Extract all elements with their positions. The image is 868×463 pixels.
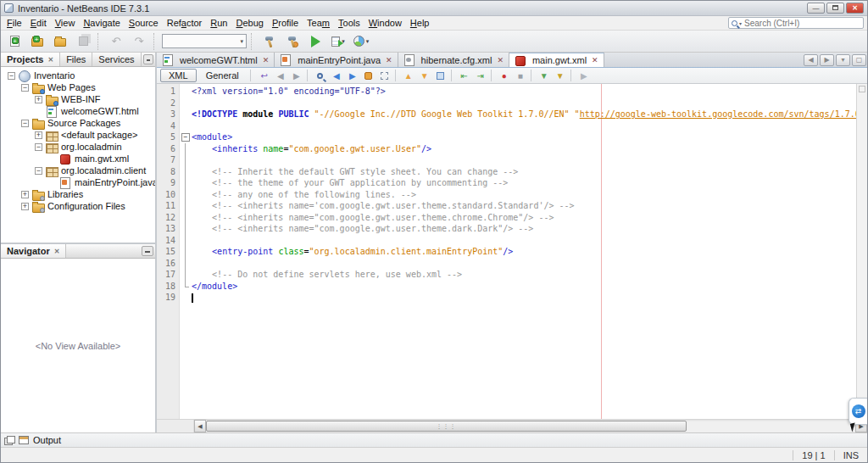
code-line[interactable]: 8 <!-- Inherit the default GWT style she… [157,166,856,178]
menu-tools[interactable]: Tools [334,17,364,29]
horizontal-scrollbar[interactable]: ◀ ⋮⋮⋮ ▶ [157,419,867,432]
minimize-button[interactable]: — [807,3,825,14]
menu-view[interactable]: View [51,17,80,29]
expand-toggle-icon[interactable]: + [21,191,29,198]
tree-item[interactable]: +WEB-INF [1,93,155,105]
maximize-editor-button[interactable]: ▢ [852,54,866,66]
build-project-button[interactable] [259,32,280,51]
tab-files[interactable]: Files [60,53,92,66]
code-line[interactable]: 18</module> [157,281,856,293]
expand-toggle-icon[interactable]: + [35,131,42,139]
next-occurrence-button[interactable]: ▼ [417,69,432,82]
rectangular-selection-button[interactable] [377,69,392,82]
run-project-button[interactable] [305,32,326,51]
toggle-comment-button[interactable] [433,69,448,82]
collapse-toggle-icon[interactable]: − [21,84,29,92]
fold-start-icon[interactable] [180,131,192,143]
menu-source[interactable]: Source [125,17,163,29]
close-tab-icon[interactable]: ✕ [263,56,270,64]
tab-output[interactable]: Output [33,435,61,445]
back-button[interactable]: ◀ [273,69,288,82]
find-selection-button[interactable] [313,69,328,82]
tab-services[interactable]: Services [92,53,141,66]
general-view-button[interactable]: General [198,70,247,81]
code-line[interactable]: 2 [157,98,856,109]
tree-item[interactable]: mainEntryPoint.java [1,176,155,188]
close-navigator-icon[interactable]: ✕ [54,248,60,255]
go-to-next-error-button[interactable]: ▶ [576,69,592,82]
tree-item[interactable]: +<default package> [1,129,155,141]
scroll-tabs-left-button[interactable]: ◀ [804,54,818,66]
code-line[interactable]: 15 <entry-point class="org.localadmin.cl… [157,246,856,258]
code-line[interactable]: 16 [157,258,856,270]
collapse-toggle-icon[interactable]: − [35,167,42,175]
code-line[interactable]: 4 [157,120,856,132]
previous-occurrence-button[interactable]: ▲ [401,69,416,82]
tree-item[interactable]: −org.localadmin [1,141,155,153]
code-line[interactable]: 9 <!-- the theme of your GWT application… [157,177,856,189]
code-line[interactable]: 17 <!-- Do not define servlets here, use… [157,269,856,281]
collapse-toggle-icon[interactable]: − [21,120,29,127]
stop-macro-recording-button[interactable]: ■ [513,69,528,82]
code-line[interactable]: 14 [157,235,856,247]
debug-project-button[interactable]: ▾ [328,32,348,51]
close-tab-icon[interactable]: ✕ [47,56,53,64]
tree-item[interactable]: −org.localadmin.client [1,165,155,176]
quick-search[interactable]: ▾ [728,17,864,29]
menu-edit[interactable]: Edit [26,17,51,29]
editor-tab-main.gwt.xml[interactable]: main.gwt.xml✕ [509,53,604,67]
configuration-select-combo[interactable]: ▾ [162,34,247,48]
menu-refactor[interactable]: Refactor [163,17,207,29]
editor-tab-welcomeGWT.html[interactable]: welcomeGWT.html✕ [157,53,275,67]
tab-navigator[interactable]: Navigator ✕ [1,244,66,258]
code-line[interactable]: 7 [157,154,856,166]
editor-tab-hibernate.cfg.xml[interactable]: hibernate.cfg.xml✕ [398,53,509,67]
previous-bookmark-button[interactable]: ▼ [537,69,552,82]
tree-item[interactable]: −Inventario [1,70,155,81]
menu-file[interactable]: File [3,17,26,29]
code-line[interactable]: 19 [157,292,856,304]
close-tab-icon[interactable]: ✕ [592,56,598,64]
collapse-toggle-icon[interactable]: − [35,143,42,151]
profile-project-button[interactable]: ▾ [351,32,371,51]
code-line[interactable]: 1<?xml version="1.0" encoding="UTF-8"?> [157,86,856,98]
tree-item[interactable]: −Source Packages [1,117,155,129]
shift-line-right-button[interactable]: ⇥ [473,69,488,82]
collapse-toggle-icon[interactable]: − [8,72,15,80]
scroll-tabs-right-button[interactable]: ▶ [820,54,834,66]
maximize-button[interactable] [826,3,844,14]
code-editor[interactable]: 1<?xml version="1.0" encoding="UTF-8"?>2… [157,84,856,419]
tree-item[interactable]: main.gwt.xml [1,153,155,165]
new-project-button[interactable]: + [27,32,47,51]
clean-build-project-button[interactable] [282,32,303,51]
menu-debug[interactable]: Debug [231,17,267,29]
code-line[interactable]: 11 <!-- <inherits name='com.google.gwt.u… [157,200,856,212]
close-tab-icon[interactable]: ✕ [497,56,504,64]
tree-item[interactable]: −Web Pages [1,81,155,93]
menu-profile[interactable]: Profile [268,17,303,29]
dropdown-caret-icon[interactable]: ▾ [366,38,370,45]
menu-navigate[interactable]: Navigate [79,17,124,29]
expand-toggle-icon[interactable]: + [21,203,29,210]
error-stripe[interactable] [856,84,867,419]
xml-view-button[interactable]: XML [160,69,197,82]
jump-to-last-edit-button[interactable]: ↩ [257,69,272,82]
forward-button[interactable]: ▶ [289,69,304,82]
close-tab-icon[interactable]: ✕ [386,56,392,64]
expand-toggle-icon[interactable]: + [35,96,42,103]
toggle-highlight-search-button[interactable] [361,69,376,82]
shift-line-left-button[interactable]: ⇤ [457,69,472,82]
menu-team[interactable]: Team [303,17,334,29]
code-line[interactable]: 12 <!-- <inherits name="com.google.gwt.u… [157,212,856,224]
menu-help[interactable]: Help [406,17,434,29]
dock-windows-icon[interactable] [4,436,14,444]
search-input[interactable] [744,19,860,28]
tree-item[interactable]: welcomeGWT.html [1,105,155,117]
code-line[interactable]: 5<module> [157,131,856,143]
code-line[interactable]: 10 <!-- any one of the following lines. … [157,189,856,201]
tree-item[interactable]: +Libraries [1,188,155,200]
next-bookmark-button[interactable]: ▼ [553,69,568,82]
menu-run[interactable]: Run [206,17,231,29]
scrollbar-thumb[interactable]: ⋮⋮⋮ [206,421,687,432]
open-project-button[interactable] [50,32,70,51]
